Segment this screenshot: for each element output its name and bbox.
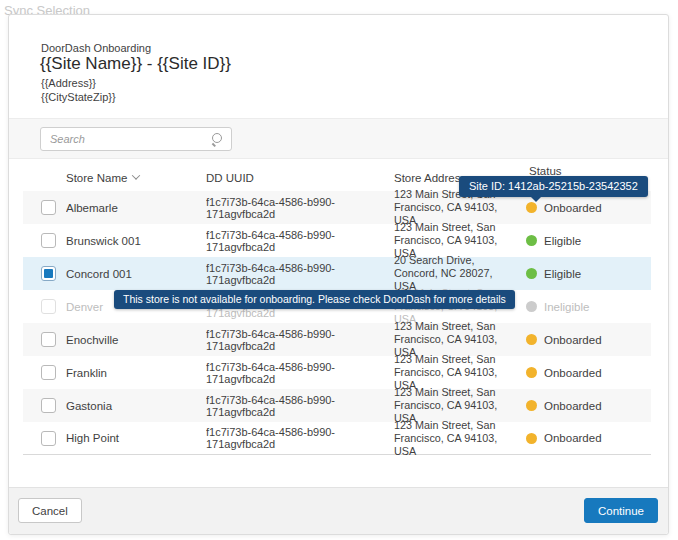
continue-button[interactable]: Continue [584, 498, 658, 523]
store-name-cell: Concord 001 [66, 268, 206, 280]
store-name-cell: Albemarle [66, 202, 206, 214]
store-address-cell: 123 Main Street, San Francisco, CA 94103… [394, 419, 514, 458]
status-cell: Onboarded [514, 432, 651, 444]
status-dot [526, 235, 537, 246]
cancel-button[interactable]: Cancel [18, 498, 82, 523]
dd-uuid-cell: f1c7i73b-64ca-4586-b990-171agvfbca2d [206, 394, 394, 418]
status-label: Eligible [544, 235, 581, 247]
status-cell: Onboarded [514, 367, 651, 379]
checkbox-fill [44, 302, 53, 311]
row-checkbox[interactable] [41, 398, 56, 413]
status-dot [526, 268, 537, 279]
status-label: Eligible [544, 268, 581, 280]
status-cell: Onboarded [514, 400, 651, 412]
checkbox-fill [44, 434, 53, 443]
status-cell: Ineligible [514, 301, 651, 313]
table-row[interactable]: Enochville f1c7i73b-64ca-4586-b990-171ag… [23, 323, 651, 356]
store-name-cell: Enochville [66, 334, 206, 346]
chevron-down-icon [132, 171, 140, 179]
site-title: {{Site Name}} - {{Site ID}} [40, 54, 231, 74]
dd-uuid-cell: f1c7i73b-64ca-4586-b990-171agvfbca2d [206, 229, 394, 253]
modal-eyebrow: DoorDash Onboarding [41, 42, 151, 54]
table-row[interactable]: Brunswick 001 f1c7i73b-64ca-4586-b990-17… [23, 224, 651, 257]
site-id-tooltip: Site ID: 1412ab-25215b-23542352 [459, 176, 648, 197]
store-unavailable-tooltip: This store is not available for onboardi… [114, 290, 515, 309]
checkbox-cell [41, 332, 66, 347]
search-box[interactable] [40, 127, 232, 151]
row-checkbox[interactable] [41, 266, 56, 281]
dd-uuid-cell: f1c7i73b-64ca-4586-b990-171agvfbca2d [206, 426, 394, 450]
status-dot [526, 367, 537, 378]
checkbox-cell [41, 365, 66, 380]
status-label: Onboarded [544, 432, 602, 444]
table-body: Albemarle f1c7i73b-64ca-4586-b990-171agv… [23, 191, 651, 455]
search-input[interactable] [41, 133, 210, 145]
status-cell: Eligible [514, 268, 651, 280]
dd-uuid-cell: f1c7i73b-64ca-4586-b990-171agvfbca2d [206, 361, 394, 385]
checkbox-cell [41, 299, 66, 314]
table-row[interactable]: Franklin f1c7i73b-64ca-4586-b990-171agvf… [23, 356, 651, 389]
sync-selection-modal: DoorDash Onboarding {{Site Name}} - {{Si… [8, 14, 669, 535]
table-row[interactable]: Concord 001 f1c7i73b-64ca-4586-b990-171a… [23, 257, 651, 290]
checkbox-fill [44, 236, 53, 245]
checkbox-fill [44, 401, 53, 410]
table-row[interactable]: High Point f1c7i73b-64ca-4586-b990-171ag… [23, 422, 651, 455]
status-cell: Eligible [514, 235, 651, 247]
search-band [9, 118, 668, 159]
status-label: Onboarded [544, 334, 602, 346]
store-name-cell: Brunswick 001 [66, 235, 206, 247]
dd-uuid-cell: f1c7i73b-64ca-4586-b990-171agvfbca2d [206, 328, 394, 352]
dd-uuid-cell: f1c7i73b-64ca-4586-b990-171agvfbca2d [206, 262, 394, 286]
status-dot [526, 400, 537, 411]
column-header-checkbox [41, 184, 66, 191]
checkbox-cell [41, 233, 66, 248]
checkbox-fill [44, 203, 53, 212]
store-name-cell: High Point [66, 432, 206, 444]
modal-footer: Cancel Continue [9, 487, 668, 534]
row-checkbox[interactable] [41, 365, 56, 380]
row-checkbox[interactable] [41, 200, 56, 215]
checkbox-fill [44, 368, 53, 377]
status-dot [526, 334, 537, 345]
status-label: Onboarded [544, 367, 602, 379]
status-cell: Onboarded [514, 334, 651, 346]
checkbox-cell [41, 266, 66, 281]
status-label: Onboarded [544, 202, 602, 214]
column-header-store-name[interactable]: Store Name [66, 172, 206, 191]
store-name-cell: Franklin [66, 367, 206, 379]
row-checkbox[interactable] [41, 332, 56, 347]
status-label: Onboarded [544, 400, 602, 412]
checkbox-cell [41, 431, 66, 446]
status-dot [526, 433, 537, 444]
checkbox-cell [41, 200, 66, 215]
store-name-cell: Gastonia [66, 400, 206, 412]
checkbox-cell [41, 398, 66, 413]
row-checkbox[interactable] [41, 233, 56, 248]
status-dot [526, 301, 537, 312]
checkbox-fill [44, 269, 53, 278]
checkbox-fill [44, 335, 53, 344]
screen: Sync Selection DoorDash Onboarding {{Sit… [0, 0, 678, 540]
row-checkbox[interactable] [41, 431, 56, 446]
site-city-state-zip: {{CityStateZip}} [41, 91, 116, 103]
column-header-store-name-label: Store Name [66, 172, 127, 184]
search-icon [210, 132, 224, 146]
dd-uuid-cell: f1c7i73b-64ca-4586-b990-171agvfbca2d [206, 196, 394, 220]
table-row[interactable]: Gastonia f1c7i73b-64ca-4586-b990-171agvf… [23, 389, 651, 422]
status-label: Ineligible [544, 301, 589, 313]
row-checkbox[interactable] [41, 299, 56, 314]
column-header-dd-uuid: DD UUID [206, 172, 394, 191]
site-address: {{Address}} [41, 77, 96, 89]
